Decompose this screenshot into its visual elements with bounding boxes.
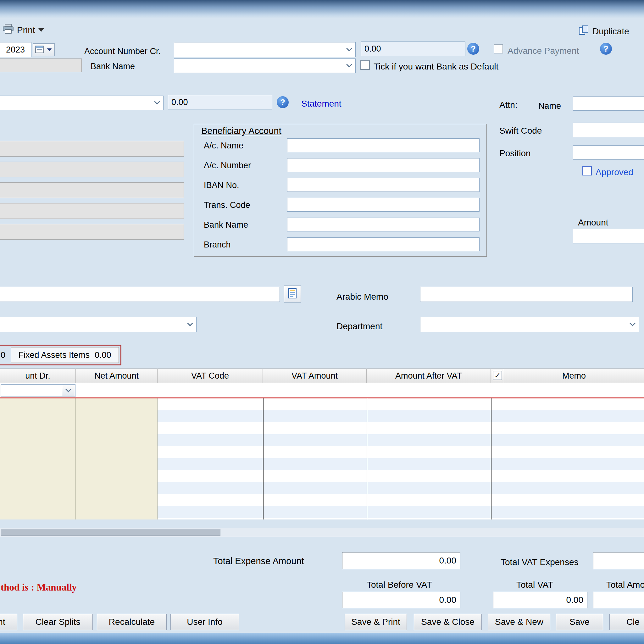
fixed-assets-items-tab-label: Fixed Assets Items (18, 350, 90, 360)
recalculate-button[interactable]: Recalculate (97, 614, 167, 630)
chevron-down-icon (38, 28, 44, 32)
help-icon[interactable]: ? (277, 96, 289, 108)
clear-button[interactable]: Cle (609, 614, 644, 630)
ac-name-label: A/c. Name (204, 141, 243, 151)
column-header-vat-amount: VAT Amount (263, 369, 367, 383)
paid-amount-field: 0.00 (168, 95, 272, 109)
position-label: Position (499, 148, 531, 158)
scrollbar-thumb[interactable] (1, 529, 220, 536)
user-info-button[interactable]: User Info (170, 614, 239, 630)
document-icon (288, 288, 297, 300)
grid-column-divider (491, 398, 491, 519)
chevron-down-icon (627, 318, 638, 331)
attn-label: Attn: (499, 100, 518, 110)
disabled-field (0, 224, 184, 240)
swift-code-input[interactable] (573, 123, 644, 137)
paid-from-combobox[interactable] (0, 96, 164, 110)
bank-default-checkbox[interactable] (360, 60, 370, 70)
save-and-print-button[interactable]: Save & Print (345, 614, 407, 630)
chevron-down-icon (151, 97, 163, 109)
total-expense-amount-label: Total Expense Amount (213, 556, 304, 566)
attn-name-input[interactable] (573, 96, 644, 111)
account-number-cr-combobox[interactable] (174, 42, 356, 57)
total-amount-field (593, 592, 644, 608)
ac-number-label: A/c. Number (204, 161, 251, 170)
save-and-new-button[interactable]: Save & New (488, 614, 550, 630)
help-icon[interactable]: ? (600, 43, 612, 55)
chevron-down-icon (62, 385, 75, 396)
arabic-memo-label: Arabic Memo (336, 292, 388, 302)
memo-template-button[interactable] (284, 286, 301, 303)
trans-code-input[interactable] (287, 198, 480, 212)
ac-number-input[interactable] (287, 158, 480, 172)
beneficiary-bank-name-label: Bank Name (204, 220, 248, 230)
select-all-checkbox[interactable]: ✓ (493, 371, 502, 380)
disabled-field (0, 182, 184, 198)
chevron-down-icon (184, 318, 196, 331)
beneficiary-account-title: Beneficiary Account (199, 126, 283, 136)
memo-input[interactable] (0, 287, 280, 302)
calendar-icon (35, 45, 44, 54)
total-vat-expenses-label: Total VAT Expenses (501, 557, 578, 567)
column-header-memo: Memo (504, 369, 644, 383)
chevron-down-icon (343, 59, 355, 72)
split-payment-button[interactable]: nt (0, 614, 17, 630)
clear-splits-button[interactable]: Clear Splits (23, 614, 93, 630)
beneficiary-bank-name-input[interactable] (287, 218, 480, 231)
expense-account-combobox[interactable] (0, 317, 197, 332)
window-bottom-bar (0, 633, 644, 644)
statement-link[interactable]: Statement (301, 99, 341, 109)
bank-name-combobox[interactable] (174, 58, 356, 73)
total-vat-label: Total VAT (516, 580, 553, 590)
iban-input[interactable] (287, 178, 480, 192)
amount-input[interactable] (573, 229, 644, 243)
total-amount-label: Total Amo (606, 580, 644, 590)
department-label: Department (336, 321, 382, 331)
fixed-assets-items-tab[interactable]: Fixed Assets Items 0.00 (11, 347, 119, 363)
duplicate-button[interactable]: Duplicate (579, 25, 629, 37)
department-combobox[interactable] (420, 317, 639, 332)
advance-payment-checkbox[interactable] (494, 44, 503, 53)
ac-name-input[interactable] (287, 138, 480, 152)
branch-input[interactable] (287, 237, 480, 251)
grid-net-amount-column[interactable] (76, 398, 158, 519)
date-field[interactable]: 2023 (0, 42, 31, 57)
approved-label: Approved (596, 167, 633, 177)
total-expense-amount-field: 0.00 (342, 552, 460, 569)
calendar-picker-button[interactable] (33, 43, 55, 56)
duplicate-button-label: Duplicate (592, 26, 629, 36)
grid-account-dr-column[interactable] (0, 398, 76, 519)
disabled-field (0, 141, 184, 157)
account-dr-cell-combobox[interactable] (1, 384, 75, 397)
approved-checkbox[interactable] (582, 166, 592, 175)
account-number-cr-amount-field: 0.00 (361, 42, 465, 56)
total-vat-field: 0.00 (493, 592, 587, 608)
total-before-vat-field: 0.00 (342, 592, 460, 608)
window-title-bar (0, 0, 644, 18)
position-input[interactable] (573, 145, 644, 160)
trans-code-label: Trans. Code (204, 200, 250, 210)
column-header-account-dr: unt Dr. (0, 369, 76, 383)
save-button[interactable]: Save (556, 614, 603, 630)
account-number-cr-amount-value: 0.00 (364, 44, 381, 54)
paid-amount-value: 0.00 (171, 97, 188, 107)
print-button-label: Print (17, 25, 35, 35)
disabled-field (0, 203, 184, 219)
check-icon: ✓ (494, 371, 501, 380)
total-before-vat-label: Total Before VAT (367, 580, 432, 590)
grid-entry-row (0, 383, 644, 397)
chevron-down-icon (47, 48, 52, 51)
print-button[interactable]: Print (3, 24, 44, 36)
arabic-memo-input[interactable] (420, 287, 633, 302)
help-icon[interactable]: ? (467, 43, 479, 55)
date-year-value: 2023 (6, 45, 25, 55)
chevron-down-icon (343, 43, 355, 56)
horizontal-scrollbar[interactable] (0, 528, 644, 537)
attn-name-label: Name (538, 101, 561, 111)
expense-items-tab-fragment[interactable]: 0 (1, 350, 5, 360)
column-header-vat-code: VAT Code (158, 369, 263, 383)
grid-body[interactable] (158, 398, 644, 519)
printer-icon (3, 24, 14, 36)
branch-label: Branch (204, 240, 231, 250)
save-and-close-button[interactable]: Save & Close (414, 614, 482, 630)
